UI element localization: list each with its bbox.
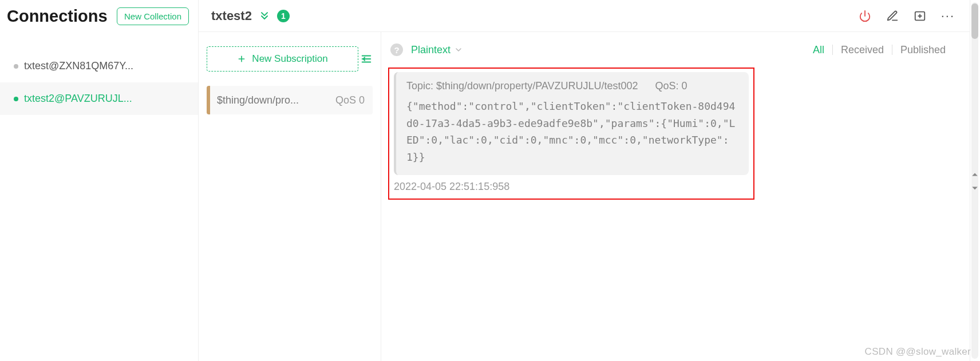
payload-format-label: Plaintext	[411, 44, 451, 56]
filter-tab-received[interactable]: Received	[833, 44, 892, 56]
connection-list: txtest@ZXN81QM67Y... txtest2@PAVZURUJL..…	[0, 33, 198, 115]
topbar-left: txtest2 1	[211, 9, 290, 23]
message-topic-prefix: Topic:	[406, 80, 436, 92]
messages-toolbar: ? Plaintext All Received Published	[381, 32, 970, 63]
connection-name: txtest2	[211, 9, 252, 23]
messages-list[interactable]: Topic: $thing/down/property/PAVZURUJLU/t…	[381, 63, 970, 361]
new-window-icon	[914, 10, 926, 22]
more-button[interactable]: ···	[939, 7, 957, 25]
collapse-subscriptions-button[interactable]	[358, 50, 375, 68]
more-icon: ···	[941, 10, 955, 22]
connection-item-label: txtest@ZXN81QM67Y...	[24, 60, 133, 72]
message-filter-tabs: All Received Published	[805, 44, 954, 56]
new-collection-button[interactable]: New Collection	[117, 7, 189, 25]
connection-item[interactable]: txtest@ZXN81QM67Y...	[0, 50, 198, 82]
status-dot-icon	[14, 64, 18, 69]
help-icon[interactable]: ?	[390, 43, 403, 56]
scroll-down-button[interactable]	[970, 183, 980, 193]
topbar-actions: ···	[856, 7, 957, 25]
new-window-button[interactable]	[911, 7, 928, 25]
connections-sidebar: Connections New Collection txtest@ZXN81Q…	[0, 0, 199, 361]
message-meta: Topic: $thing/down/property/PAVZURUJLU/t…	[406, 80, 738, 92]
subscription-topic: $thing/down/pro...	[210, 94, 335, 106]
payload-format-select[interactable]: Plaintext	[411, 44, 463, 56]
annotation-highlight: Topic: $thing/down/property/PAVZURUJLU/t…	[388, 68, 754, 200]
caret-up-icon	[971, 171, 978, 178]
chevron-double-down-icon[interactable]	[259, 10, 270, 22]
caret-down-icon	[971, 185, 978, 192]
message-qos: 0	[682, 80, 687, 92]
disconnect-button[interactable]	[856, 7, 874, 25]
main-panel: txtest2 1 ···	[199, 0, 970, 361]
scrollbar-track-icon	[971, 2, 978, 359]
message-timestamp: 2022-04-05 22:51:15:958	[394, 181, 749, 193]
scroll-up-button[interactable]	[970, 169, 980, 180]
body: New Subscription $thing/down/pro... QoS …	[199, 32, 970, 361]
unread-badge: 1	[277, 10, 290, 22]
subscription-qos: QoS 0	[335, 94, 373, 106]
new-subscription-label: New Subscription	[252, 53, 327, 65]
power-icon	[859, 10, 871, 22]
connection-item-label: txtest2@PAVZURUJL...	[24, 93, 132, 105]
message-payload: {"method":"control","clientToken":"clien…	[406, 98, 738, 166]
subscription-item[interactable]: $thing/down/pro... QoS 0	[207, 86, 373, 114]
chevron-down-icon	[454, 45, 463, 54]
new-subscription-button[interactable]: New Subscription	[207, 46, 358, 72]
edit-button[interactable]	[884, 7, 901, 25]
message-item[interactable]: Topic: $thing/down/property/PAVZURUJLU/t…	[394, 72, 749, 175]
messages-panel: ? Plaintext All Received Published	[381, 32, 970, 361]
sidebar-title: Connections	[7, 7, 108, 26]
scrollbar-thumb[interactable]	[971, 3, 978, 39]
topbar: txtest2 1 ···	[199, 0, 970, 32]
collapse-left-icon	[360, 53, 373, 65]
message-topic: $thing/down/property/PAVZURUJLU/test002	[436, 80, 638, 92]
status-dot-icon	[14, 97, 18, 101]
filter-tab-published[interactable]: Published	[892, 44, 954, 56]
sidebar-header: Connections New Collection	[0, 0, 198, 33]
filter-tab-all[interactable]: All	[805, 44, 832, 56]
connection-item[interactable]: txtest2@PAVZURUJL...	[0, 82, 198, 115]
window-scrollbar[interactable]	[970, 0, 980, 361]
edit-icon	[886, 10, 899, 22]
subscriptions-panel: New Subscription $thing/down/pro... QoS …	[199, 32, 381, 361]
plus-icon	[237, 54, 246, 64]
message-qos-prefix: QoS:	[655, 80, 682, 92]
